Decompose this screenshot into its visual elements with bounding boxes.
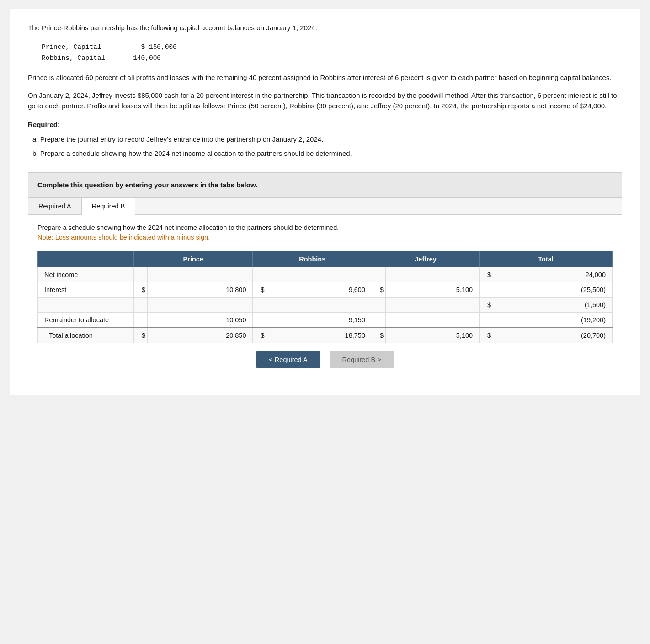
tabs-area: Required A Required B Prepare a schedule… [28,197,622,382]
interest-jeffrey-val: 5,100 [385,282,479,298]
table-row-remainder: Remainder to allocate 10,050 9,150 (19,2… [38,313,613,328]
subtotal-robbins-val [266,298,372,313]
interest-prince-val: 10,800 [148,282,253,298]
subtotal-label [38,298,134,313]
req-b-text: b. Prepare a schedule showing how the 20… [32,147,622,160]
remainder-prince-val: 10,050 [148,313,253,328]
req-a-text: a. Prepare the journal entry to record J… [32,133,622,145]
remainder-jeffrey-val [385,313,479,328]
total-allocation-jeffrey-val: 5,100 [385,328,479,343]
table-row-interest: Interest $ 10,800 $ 9,600 $ 5,100 (25,50… [38,282,613,298]
tab-required-b[interactable]: Required B [82,198,136,215]
total-allocation-robbins-dollar: $ [253,328,266,343]
required-label: Required: [28,121,622,128]
remainder-robbins-dollar [253,313,266,328]
net-income-prince-val [148,267,253,282]
capital-account-robbins: Robbins, Capital 140,000 [42,53,622,64]
total-allocation-label: Total allocation [38,328,134,343]
tab-description: Prepare a schedule showing how the 2024 … [37,223,613,243]
net-income-total-dollar: $ [480,267,493,282]
tab-b-note-text: Note: Loss amounts should be indicated w… [37,234,210,241]
remainder-prince-dollar [134,313,148,328]
table-row-total-allocation: Total allocation $ 20,850 $ 18,750 $ 5,1… [38,328,613,343]
col-header-jeffrey: Jeffrey [372,251,479,267]
tab-row: Required A Required B [28,198,622,215]
capital-accounts: Prince, Capital $ 150,000 Robbins, Capit… [42,42,622,64]
interest-label: Interest [38,282,134,298]
net-income-robbins-val [266,267,372,282]
complete-box: Complete this question by entering your … [28,172,622,197]
subtotal-robbins-dollar [253,298,266,313]
col-header-total: Total [480,251,613,267]
interest-jeffrey-dollar: $ [372,282,385,298]
subtotal-jeffrey-dollar [372,298,385,313]
page-container: The Prince-Robbins partnership has the f… [10,9,640,395]
capital-account-robbins-amount: 140,000 [133,54,161,62]
remainder-jeffrey-dollar [372,313,385,328]
capital-account-prince-name: Prince, Capital [42,43,101,51]
total-allocation-robbins-val: 18,750 [266,328,372,343]
btn-required-b[interactable]: Required B > [330,351,394,368]
req-items: a. Prepare the journal entry to record J… [32,133,622,160]
net-income-total-val: 24,000 [493,267,613,282]
remainder-total-dollar [480,313,493,328]
subtotal-prince-dollar [134,298,148,313]
table-row-subtotal: $ (1,500) [38,298,613,313]
tab-required-a[interactable]: Required A [28,198,82,214]
paragraph2: On January 2, 2024, Jeffrey invests $85,… [28,90,622,112]
nav-buttons: < Required A Required B > [37,343,613,373]
remainder-total-val: (19,200) [493,313,613,328]
net-income-jeffrey-val [385,267,479,282]
intro-text: The Prince-Robbins partnership has the f… [28,23,622,33]
total-allocation-prince-val: 20,850 [148,328,253,343]
total-allocation-total-dollar: $ [480,328,493,343]
subtotal-total-dollar: $ [480,298,493,313]
tab-content-b: Prepare a schedule showing how the 2024 … [28,215,622,381]
capital-account-prince-amount: $ 150,000 [141,43,177,51]
btn-required-a[interactable]: < Required A [256,351,320,368]
total-allocation-prince-dollar: $ [134,328,148,343]
interest-robbins-val: 9,600 [266,282,372,298]
interest-robbins-dollar: $ [253,282,266,298]
col-header-robbins: Robbins [253,251,372,267]
interest-total-val: (25,500) [493,282,613,298]
col-header-empty [38,251,134,267]
schedule-table: Prince Robbins Jeffrey Total Net income [37,251,613,343]
capital-account-robbins-name: Robbins, Capital [42,54,105,62]
interest-prince-dollar: $ [134,282,148,298]
capital-account-prince: Prince, Capital $ 150,000 [42,42,622,53]
total-allocation-jeffrey-dollar: $ [372,328,385,343]
total-allocation-total-val: (20,700) [493,328,613,343]
net-income-robbins-dollar [253,267,266,282]
complete-box-text: Complete this question by entering your … [37,181,257,189]
interest-total-dollar [480,282,493,298]
subtotal-total-val: (1,500) [493,298,613,313]
net-income-label: Net income [38,267,134,282]
subtotal-prince-val [148,298,253,313]
net-income-prince-dollar [134,267,148,282]
remainder-label: Remainder to allocate [38,313,134,328]
subtotal-jeffrey-val [385,298,479,313]
paragraph1: Prince is allocated 60 percent of all pr… [28,72,622,83]
col-header-prince: Prince [134,251,253,267]
net-income-jeffrey-dollar [372,267,385,282]
table-row-net-income: Net income $ 24,000 [38,267,613,282]
remainder-robbins-val: 9,150 [266,313,372,328]
tab-b-description-text: Prepare a schedule showing how the 2024 … [37,224,339,231]
